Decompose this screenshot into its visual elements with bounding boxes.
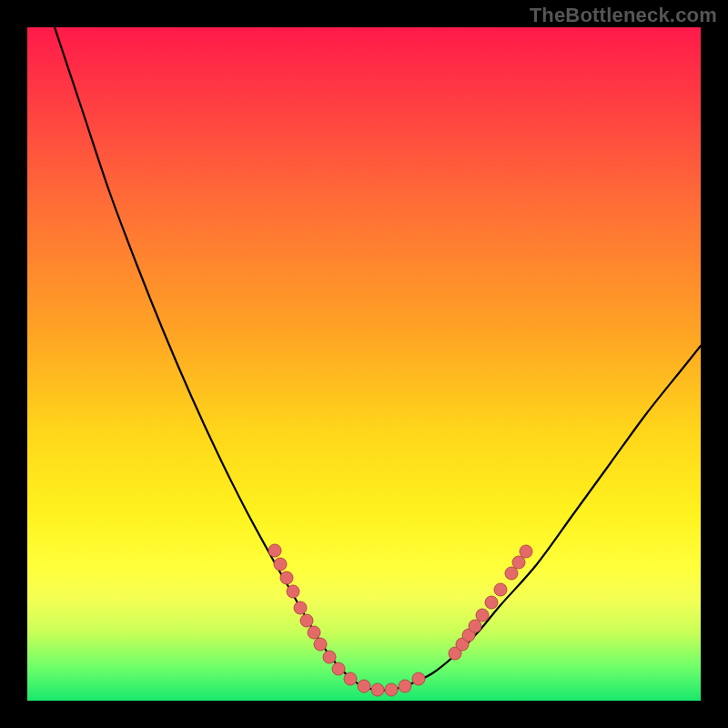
chart-container: TheBottleneck.com [0,0,728,728]
curve-marker [385,683,398,696]
curve-marker [323,651,336,663]
curve-marker [287,585,299,598]
curve-marker [308,626,320,639]
curve-marker [505,567,518,580]
curve-marker [520,545,532,558]
curve-marker [332,662,345,675]
curve-marker [512,556,525,569]
curve-marker [268,544,281,557]
curve-marker [399,680,411,693]
curve-marker [280,571,293,584]
curve-marker [476,609,489,622]
curve-marker [371,683,384,696]
curve-marker [412,672,425,685]
curve-marker [300,614,313,627]
plot-area [27,27,701,701]
curve-marker [494,583,507,596]
attribution-text: TheBottleneck.com [530,4,717,27]
curve-markers [268,544,532,696]
curve-marker [358,680,370,693]
chart-svg [27,27,701,701]
curve-marker [469,620,481,632]
curve-marker [274,558,287,571]
bottleneck-curve [55,27,701,691]
curve-marker [314,638,327,651]
curve-marker [294,602,307,614]
curve-marker [344,672,357,685]
curve-marker [485,596,498,609]
